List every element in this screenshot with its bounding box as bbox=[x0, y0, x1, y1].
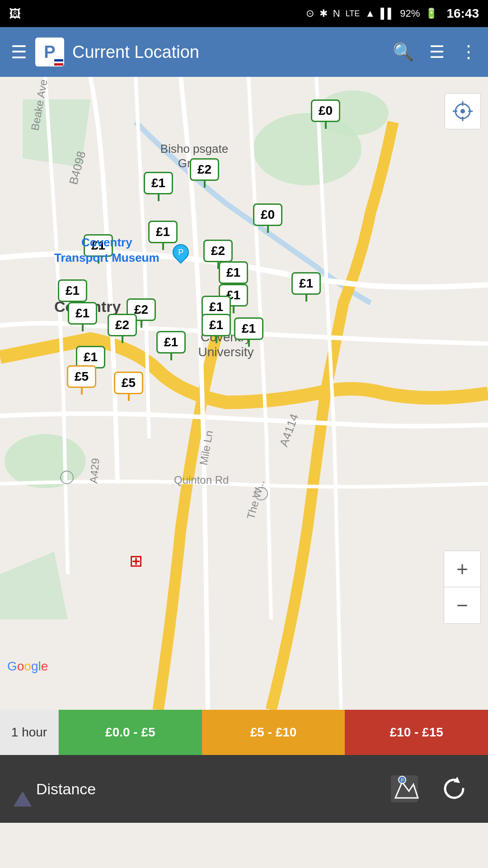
more-icon[interactable]: ⋮ bbox=[460, 42, 477, 62]
status-time: 16:43 bbox=[446, 6, 479, 21]
svg-text:Quinton Rd: Quinton Rd bbox=[174, 474, 229, 486]
price-marker-m2[interactable]: £2 bbox=[190, 158, 219, 181]
price-marker-m7[interactable]: £2 bbox=[203, 240, 233, 262]
legend-bar: 1 hour £0.0 - £5 £5 - £10 £10 - £15 bbox=[0, 710, 488, 755]
svg-text:Bisho psgate: Bisho psgate bbox=[160, 142, 228, 156]
price-marker-m8[interactable]: £1 bbox=[219, 261, 248, 284]
app-logo bbox=[35, 38, 64, 66]
legend-hour[interactable]: 1 hour bbox=[0, 710, 59, 755]
price-marker-m17[interactable]: £1 bbox=[234, 317, 263, 340]
location-status-icon: ⊙ bbox=[306, 8, 314, 19]
status-bar: 🖼 ⊙ ✱ N LTE ▲ ▌▌ 92% 🔋 16:43 bbox=[0, 0, 488, 27]
price-marker-m1[interactable]: £0 bbox=[311, 99, 340, 122]
refresh-button[interactable] bbox=[434, 769, 474, 809]
nfc-icon: N bbox=[333, 8, 340, 19]
svg-point-21 bbox=[460, 109, 465, 113]
camera-icon: 🖼 bbox=[9, 7, 21, 21]
price-marker-m16[interactable]: £1 bbox=[202, 314, 231, 336]
map-container[interactable]: B4098 Beake Ave A429 Quinton Rd Mile Ln … bbox=[0, 77, 488, 710]
app-bar: ☰ Current Location 🔍 ☰ ⋮ bbox=[0, 27, 488, 77]
svg-text:A429: A429 bbox=[87, 458, 102, 484]
price-marker-m11[interactable]: £1 bbox=[58, 279, 87, 302]
zoom-out-button[interactable]: − bbox=[444, 587, 480, 623]
map-background: B4098 Beake Ave A429 Quinton Rd Mile Ln … bbox=[0, 77, 488, 710]
google-logo: Google bbox=[7, 659, 48, 674]
map-view-button[interactable]: P bbox=[384, 769, 425, 809]
price-marker-m10[interactable]: £1 bbox=[291, 272, 321, 295]
list-icon[interactable]: ☰ bbox=[429, 42, 445, 62]
lte-icon: LTE bbox=[346, 9, 360, 19]
legend-green[interactable]: £0.0 - £5 bbox=[59, 710, 202, 755]
svg-text:University: University bbox=[198, 345, 254, 359]
bottom-bar: Distance P bbox=[0, 755, 488, 823]
price-marker-m14[interactable]: £2 bbox=[108, 314, 137, 336]
price-marker-m5[interactable]: £0 bbox=[253, 203, 282, 226]
hamburger-icon[interactable]: ☰ bbox=[11, 42, 27, 62]
price-marker-m12[interactable]: £1 bbox=[68, 302, 97, 325]
location-button[interactable] bbox=[445, 93, 481, 129]
train-icon: ⊞ bbox=[129, 552, 143, 571]
price-marker-m20[interactable]: £5 bbox=[67, 365, 96, 388]
battery-icon: 🔋 bbox=[425, 8, 437, 19]
battery-percent: 92% bbox=[400, 8, 420, 19]
svg-text:P: P bbox=[401, 778, 404, 783]
legend-orange[interactable]: £5 - £10 bbox=[202, 710, 345, 755]
nav-arrow bbox=[14, 791, 32, 807]
price-marker-m18[interactable]: £1 bbox=[156, 331, 186, 354]
legend-red[interactable]: £10 - £15 bbox=[345, 710, 488, 755]
wifi-icon: ▲ bbox=[365, 8, 375, 19]
signal-icon: ▌▌ bbox=[380, 8, 394, 19]
museum-pin: P bbox=[173, 244, 189, 260]
search-icon[interactable]: 🔍 bbox=[393, 42, 414, 62]
app-logo-flag bbox=[54, 59, 63, 66]
price-marker-m3[interactable]: £1 bbox=[144, 172, 173, 194]
zoom-in-button[interactable]: + bbox=[444, 551, 480, 587]
bluetooth-icon: ✱ bbox=[319, 8, 328, 19]
museum-label: CoventryTransport Museum bbox=[54, 235, 160, 266]
app-title: Current Location bbox=[72, 42, 377, 62]
price-marker-m21[interactable]: £5 bbox=[114, 372, 143, 394]
zoom-controls: + − bbox=[444, 551, 481, 624]
distance-label: Distance bbox=[36, 780, 384, 798]
status-left-icons: 🖼 bbox=[9, 7, 21, 21]
